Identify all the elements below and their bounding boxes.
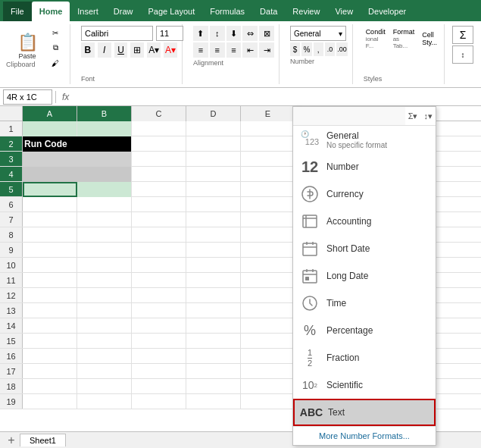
cell-a2[interactable]: Run Code [23,136,132,152]
cell-e6[interactable] [241,197,295,212]
format-item-short-date[interactable]: Short Date [293,235,436,262]
cell[interactable] [77,243,132,258]
cell-c1[interactable] [132,121,186,136]
cell[interactable] [241,364,295,379]
format-item-general[interactable]: 🕐 123 General No specific format [293,126,436,153]
underline-button[interactable]: U [114,42,128,58]
tab-home[interactable]: Home [32,2,70,21]
format-item-text[interactable]: ABC Text [293,399,436,426]
cell-d6[interactable] [186,197,241,212]
cell-d4[interactable] [186,167,241,182]
format-item-percentage[interactable]: % Percentage [293,317,436,344]
cell[interactable] [132,258,186,273]
cell[interactable] [241,334,295,349]
cell[interactable] [132,394,186,409]
cell[interactable] [132,364,186,379]
cell[interactable] [77,258,132,273]
cell[interactable] [77,273,132,288]
cell-ab3[interactable] [23,152,132,167]
tab-draw[interactable]: Draw [106,2,141,21]
cell[interactable] [23,212,77,227]
cell[interactable] [132,273,186,288]
cell-b5[interactable] [77,182,132,197]
cell[interactable] [23,243,77,258]
formula-input[interactable] [75,89,478,105]
cell[interactable] [186,243,241,258]
tab-view[interactable]: View [327,2,361,21]
cell[interactable] [241,349,295,364]
cell-c2[interactable] [132,136,186,152]
cell-e3[interactable] [241,152,295,167]
cell[interactable] [186,288,241,303]
cell[interactable] [186,227,241,243]
cell-a1[interactable] [23,121,77,136]
format-item-number[interactable]: 12 Number [293,153,436,180]
cell[interactable] [241,394,295,409]
cell[interactable] [23,288,77,303]
cell[interactable] [77,303,132,318]
increase-decimal-button[interactable]: .00 [336,42,348,56]
decrease-indent-button[interactable]: ⇤ [242,42,258,58]
cell-d2[interactable] [186,136,241,152]
cell-c5[interactable] [132,182,186,197]
format-item-accounting[interactable]: Accounting [293,208,436,235]
cell[interactable] [23,364,77,379]
comma-format-button[interactable]: , [314,42,323,56]
cell-b1[interactable] [77,121,132,136]
cell[interactable] [23,379,77,394]
cell[interactable] [132,334,186,349]
cut-button[interactable]: ✂ [45,26,65,39]
cell[interactable] [241,288,295,303]
copy-button[interactable]: ⧉ [45,41,65,55]
cell-a6[interactable] [23,197,77,212]
cell-c4[interactable] [132,167,186,182]
decrease-decimal-button[interactable]: .0 [325,42,335,56]
format-item-long-date[interactable]: Long Date [293,262,436,290]
align-bottom-button[interactable]: ⬇ [226,26,242,41]
cell[interactable] [77,227,132,243]
col-header-c[interactable]: C [132,106,186,121]
name-box[interactable]: 4R x 1C [3,89,52,105]
align-right-button[interactable]: ≡ [226,42,242,58]
cell[interactable] [186,273,241,288]
cell[interactable] [241,243,295,258]
cell[interactable] [132,318,186,334]
cell[interactable] [77,288,132,303]
cell[interactable] [23,334,77,349]
col-header-e[interactable]: E [241,106,295,121]
cell-e2[interactable] [241,136,295,152]
cell[interactable] [241,258,295,273]
fill-color-button[interactable]: A▾ [147,42,161,58]
cell[interactable] [77,318,132,334]
cell[interactable] [132,379,186,394]
cell[interactable] [77,334,132,349]
cell[interactable] [186,394,241,409]
cell[interactable] [186,349,241,364]
cell[interactable] [241,318,295,334]
align-middle-button[interactable]: ↕ [210,26,225,41]
cell[interactable] [241,212,295,227]
sort-button[interactable]: ↕ [452,45,473,64]
format-item-scientific[interactable]: 102 Scientific [293,371,436,399]
cell[interactable] [132,227,186,243]
font-size-input[interactable] [156,26,183,41]
tab-insert[interactable]: Insert [70,2,106,21]
cell[interactable] [23,273,77,288]
font-name-input[interactable] [81,26,153,41]
cell-ab4[interactable] [23,167,132,182]
conditional-formatting-button[interactable]: Condit ional F... [364,26,388,52]
cell[interactable] [23,258,77,273]
format-item-time[interactable]: Time [293,290,436,317]
cell[interactable] [23,394,77,409]
cell[interactable] [77,364,132,379]
cell[interactable] [186,258,241,273]
sheet-tab[interactable]: Sheet1 [20,434,66,446]
cell[interactable] [241,273,295,288]
cell[interactable] [132,212,186,227]
cell[interactable] [186,334,241,349]
align-left-button[interactable]: ≡ [193,42,208,58]
col-header-a[interactable]: A [23,106,77,121]
bold-button[interactable]: B [81,42,95,58]
format-item-fraction[interactable]: 1 2 Fraction [293,344,436,371]
cell[interactable] [132,349,186,364]
